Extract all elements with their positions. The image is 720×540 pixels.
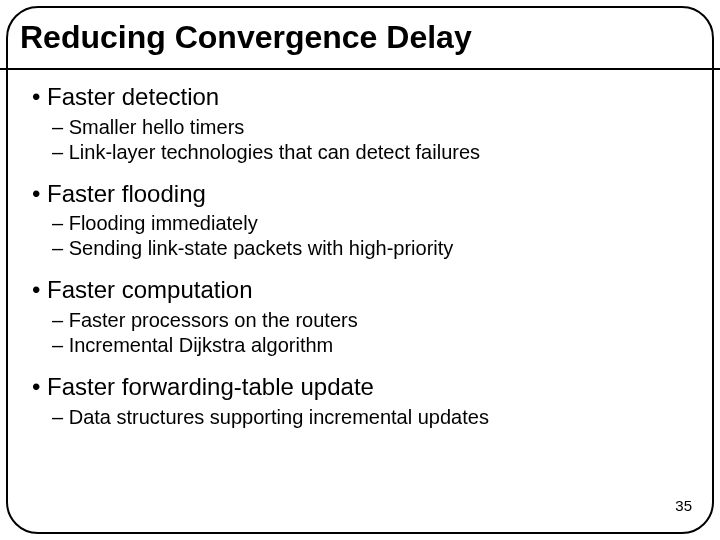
bullet-level2: Faster processors on the routers [52, 308, 660, 333]
bullet-level1: Faster detection [32, 82, 660, 113]
bullet-level2: Flooding immediately [52, 211, 660, 236]
section-faster-flooding: Faster flooding Flooding immediately Sen… [32, 179, 660, 262]
title-container: Reducing Convergence Delay [14, 10, 706, 64]
content-area: Faster detection Smaller hello timers Li… [32, 82, 660, 520]
bullet-level2: Data structures supporting incremental u… [52, 405, 660, 430]
bullet-level2: Sending link-state packets with high-pri… [52, 236, 660, 261]
section-faster-computation: Faster computation Faster processors on … [32, 275, 660, 358]
bullet-level2: Smaller hello timers [52, 115, 660, 140]
section-faster-forwarding: Faster forwarding-table update Data stru… [32, 372, 660, 430]
bullet-level1: Faster flooding [32, 179, 660, 210]
page-number: 35 [675, 497, 692, 514]
slide-title: Reducing Convergence Delay [20, 19, 472, 56]
bullet-level1: Faster forwarding-table update [32, 372, 660, 403]
bullet-level2: Link-layer technologies that can detect … [52, 140, 660, 165]
section-faster-detection: Faster detection Smaller hello timers Li… [32, 82, 660, 165]
slide: Reducing Convergence Delay Faster detect… [0, 0, 720, 540]
bullet-level1: Faster computation [32, 275, 660, 306]
bullet-level2: Incremental Dijkstra algorithm [52, 333, 660, 358]
